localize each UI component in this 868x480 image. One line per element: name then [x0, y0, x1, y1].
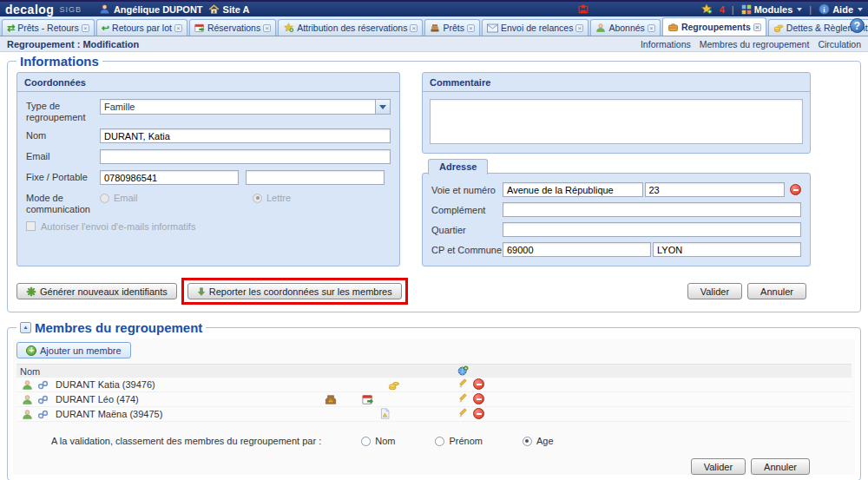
informations-annuler-button[interactable]: Annuler: [747, 283, 806, 299]
reporter-label: Reporter les coordonnées sur les membres: [209, 286, 392, 297]
mode-lettre-label: Lettre: [266, 193, 291, 203]
arrow-down-icon: [197, 286, 206, 297]
email-field[interactable]: [100, 149, 391, 164]
email-label: Email: [26, 149, 100, 162]
member-icon: [22, 394, 33, 405]
document-warning-icon: [379, 408, 391, 419]
table-row[interactable]: DURANT Katia (39476): [16, 378, 852, 392]
portable-field[interactable]: [246, 170, 385, 185]
tab-attribution-reservations[interactable]: Attribution des réservations ×: [278, 19, 423, 36]
world-settings-icon[interactable]: [457, 365, 469, 377]
link-icon: [37, 379, 49, 391]
chevron-down-icon: [797, 8, 802, 11]
radio-sort-nom[interactable]: [361, 437, 371, 446]
close-icon[interactable]: ×: [753, 23, 761, 31]
quartier-label: Quartier: [431, 225, 503, 235]
table-header-row: Nom: [16, 365, 852, 378]
remove-member-icon[interactable]: [473, 408, 484, 419]
star-new-icon[interactable]: [700, 3, 713, 15]
close-icon[interactable]: ×: [263, 24, 271, 32]
tab-abonnes[interactable]: Abonnés ×: [590, 19, 660, 36]
edit-pencil-icon[interactable]: [457, 408, 469, 419]
table-row[interactable]: DURANT Léo (474): [16, 392, 852, 407]
collapse-up-icon[interactable]: ▲: [20, 322, 31, 333]
type-regroupement-label: Type de regroupement: [26, 99, 100, 122]
close-icon[interactable]: ×: [467, 24, 475, 32]
member-name: DURANT Katia (39476): [56, 379, 155, 390]
table-row[interactable]: DURANT Maëna (39475): [16, 407, 852, 422]
aide-label: Aide: [832, 4, 853, 15]
edit-pencil-icon[interactable]: [457, 393, 469, 404]
tab-retours-par-lot[interactable]: ↩ Retours par lot ×: [96, 19, 187, 36]
anchor-circulation[interactable]: Circulation: [818, 39, 861, 49]
help-button[interactable]: ?: [850, 18, 865, 33]
section-membres: ▲ Membres du regroupement Ajouter un mem…: [7, 320, 861, 480]
current-site: Site A: [208, 3, 250, 15]
informations-valider-button[interactable]: Valider: [687, 283, 742, 299]
anchor-membres[interactable]: Membres du regroupement: [700, 39, 810, 49]
tab-label: Regroupements: [681, 22, 751, 32]
radio-sort-prenom[interactable]: [435, 437, 444, 446]
cp-field[interactable]: [503, 242, 651, 257]
briefcase-icon: [667, 22, 679, 33]
person-icon: [595, 23, 606, 33]
topbar: decalog SIGB Angélique DUPONT Site A 4 |…: [0, 0, 868, 16]
sort-nom-label: Nom: [375, 436, 395, 446]
close-icon[interactable]: ×: [648, 24, 655, 32]
reporter-coordonnees-button[interactable]: Reporter les coordonnées sur les membres: [187, 283, 402, 299]
close-icon[interactable]: ×: [174, 24, 182, 32]
voie-numero-label: Voie et numéro: [431, 185, 503, 195]
radio-sort-age[interactable]: [523, 437, 532, 446]
tab-label: Réservations: [207, 23, 260, 33]
tab-label: Envoi de relances: [501, 23, 573, 33]
close-icon[interactable]: ×: [410, 24, 418, 32]
generer-label: Générer nouveaux identifiants: [40, 286, 168, 297]
batch-return-icon: ↩: [102, 23, 109, 33]
notification-count: 4: [720, 4, 725, 15]
tab-envoi-relances[interactable]: Envoi de relances ×: [482, 19, 589, 36]
voie-field[interactable]: [503, 182, 643, 197]
current-user: Angélique DUPONT: [99, 3, 203, 15]
remove-member-icon[interactable]: [473, 393, 484, 404]
close-icon[interactable]: ×: [575, 24, 583, 32]
numero-field[interactable]: [645, 182, 786, 197]
membres-valider-button[interactable]: Valider: [691, 458, 746, 475]
tab-prets-retours[interactable]: ⇄ Prêts - Retours ×: [2, 19, 95, 36]
modules-grid-icon: [741, 4, 752, 15]
complement-field[interactable]: [503, 202, 801, 217]
generer-identifiants-button[interactable]: Générer nouveaux identifiants: [16, 283, 177, 299]
aide-menu[interactable]: i Aide: [819, 3, 863, 15]
fixe-field[interactable]: [100, 170, 239, 185]
tab-prets[interactable]: Prêts ×: [424, 19, 480, 36]
sort-age-label: Age: [536, 436, 554, 446]
remove-member-icon[interactable]: [473, 378, 484, 390]
tabbar: ⇄ Prêts - Retours × ↩ Retours par lot × …: [0, 16, 868, 36]
alert-icon[interactable]: [577, 3, 589, 15]
membres-annuler-button[interactable]: Annuler: [751, 458, 810, 475]
anchor-informations[interactable]: Informations: [641, 39, 691, 49]
ajouter-membre-button[interactable]: Ajouter un membre: [16, 342, 131, 358]
radio-mode-lettre: [253, 194, 262, 203]
edit-pencil-icon[interactable]: [457, 378, 469, 390]
panel-coordonnees: Coordonnées Type de regroupement Famille…: [16, 72, 400, 266]
commune-field[interactable]: [653, 242, 801, 257]
modules-menu[interactable]: Modules: [741, 4, 803, 15]
add-icon: [26, 345, 36, 356]
nom-field[interactable]: [100, 128, 391, 143]
column-header-nom: Nom: [20, 366, 40, 377]
adresse-tab[interactable]: Adresse: [428, 159, 488, 174]
commentaire-textarea[interactable]: [430, 99, 803, 144]
close-icon[interactable]: ×: [82, 24, 89, 32]
member-name: DURANT Maëna (39475): [56, 409, 162, 419]
type-regroupement-select[interactable]: Famille: [100, 99, 391, 115]
link-icon: [37, 394, 49, 405]
card-expired-icon: [325, 393, 337, 405]
tab-reservations[interactable]: Réservations ×: [189, 19, 276, 36]
tab-regroupements[interactable]: Regroupements ×: [662, 17, 766, 36]
member-icon: [22, 379, 33, 391]
quartier-field[interactable]: [503, 222, 801, 237]
radio-mode-email: [100, 194, 109, 203]
emails-informatifs-label: Autoriser l'envoi d'e-mails informatifs: [41, 221, 195, 232]
delete-address-icon[interactable]: [790, 184, 801, 195]
user-name: Angélique DUPONT: [114, 4, 203, 15]
